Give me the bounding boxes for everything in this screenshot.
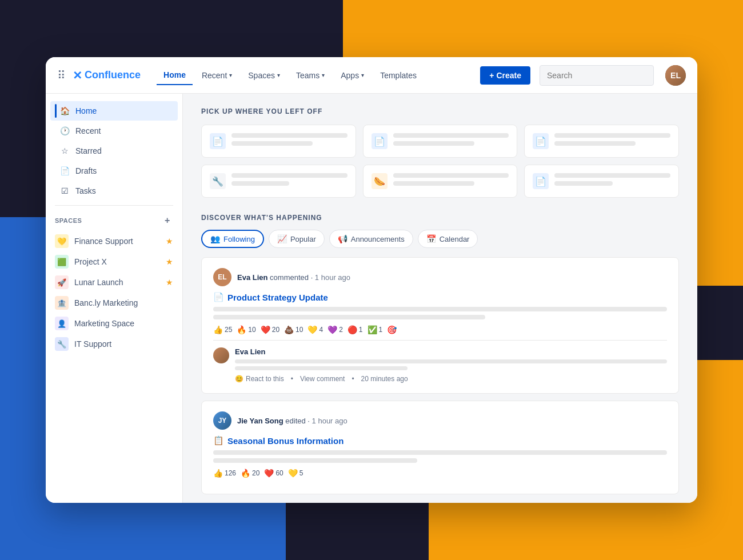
reaction-target[interactable]: 🎯	[387, 325, 397, 334]
reactions-2: 👍126 🔥20 ❤️60 💛5	[213, 469, 667, 478]
reaction-purple[interactable]: 💜2	[327, 325, 343, 334]
doc-icon-6: 📄	[533, 173, 549, 189]
doc-card-1[interactable]: 📄	[201, 125, 356, 158]
doc-line-8	[231, 181, 289, 186]
space-item-projectx[interactable]: 🟩 Project X ★	[46, 251, 182, 272]
nav-spaces-label: Spaces	[248, 71, 275, 80]
doc-line-9	[393, 173, 509, 178]
doc-line-3	[393, 133, 509, 138]
space-item-finance[interactable]: 💛 Finance Support ★	[46, 231, 182, 251]
doc-card-2[interactable]: 📄	[363, 125, 518, 158]
teams-chevron-icon: ▾	[322, 72, 325, 78]
nav-apps-label: Apps	[341, 71, 359, 80]
doc-card-5[interactable]: 🌭	[363, 165, 518, 198]
filter-tab-following[interactable]: 👥 Following	[201, 230, 264, 248]
sidebar-item-starred[interactable]: ☆ Starred	[50, 141, 178, 161]
nav-home[interactable]: Home	[157, 66, 193, 85]
reaction-poop[interactable]: 💩10	[284, 325, 303, 334]
activity-time-2: 1 hour ago	[312, 417, 347, 425]
recent-docs-grid: 📄 📄 📄	[201, 125, 679, 198]
avatar[interactable]: EL	[665, 65, 686, 86]
sidebar-item-recent[interactable]: 🕐 Recent	[50, 121, 178, 141]
reaction-heart[interactable]: ❤️20	[261, 325, 279, 334]
home-icon: 🏠	[59, 106, 70, 116]
activity-time-1: 1 hour ago	[315, 273, 350, 282]
activity-title-1[interactable]: 📄 Product Strategy Update	[213, 292, 667, 302]
space-item-marketing[interactable]: 👤 Marketing Space	[46, 313, 182, 334]
comment-content-1: Eva Lien 😊 React to this • View c	[235, 347, 667, 383]
view-comment-button[interactable]: View comment	[300, 375, 345, 383]
doc-line-2	[231, 141, 313, 146]
reaction2-fire[interactable]: 🔥20	[241, 469, 259, 478]
commenter-avatar-1	[213, 347, 229, 363]
sidebar-divider	[55, 205, 173, 206]
pickup-title: PICK UP WHERE YOU LEFT OFF	[201, 107, 679, 115]
doc-icon-1: 📄	[210, 133, 226, 149]
bullet-separator: •	[291, 375, 293, 383]
activity-card-1: EL Eva Lien commented · 1 hour ago 📄 Pro…	[201, 257, 679, 394]
sidebar: 🏠 Home 🕐 Recent ☆ Starred 📄 Drafts ☑ Tas…	[46, 94, 183, 503]
reaction-check[interactable]: ✅1	[367, 325, 383, 334]
main-card: ⠿ ✕ Confluence Home Recent ▾ Spaces ▾ Te…	[46, 57, 697, 503]
announcements-icon: 📢	[338, 234, 347, 243]
jie-yan-avatar: JY	[213, 411, 231, 430]
filter-tab-popular[interactable]: 📈 Popular	[269, 230, 325, 248]
space-item-itsupport[interactable]: 🔧 IT Support	[46, 334, 182, 354]
lunar-label: Lunar Launch	[74, 278, 123, 287]
nav-teams[interactable]: Teams ▾	[289, 66, 331, 85]
space-item-lunar[interactable]: 🚀 Lunar Launch ★	[46, 272, 182, 293]
calendar-icon: 📅	[426, 234, 436, 243]
activity-action-1: commented ·	[270, 273, 315, 282]
doc-card-4[interactable]: 🔧	[201, 165, 356, 198]
nav-templates[interactable]: Templates	[373, 66, 424, 85]
bullet-separator-2: •	[351, 375, 354, 383]
projectx-star-icon: ★	[166, 257, 173, 266]
recent-chevron-icon: ▾	[229, 72, 232, 78]
reaction2-thumbsup[interactable]: 👍126	[213, 469, 236, 478]
reaction2-heart[interactable]: ❤️60	[264, 469, 283, 478]
sidebar-recent-label: Recent	[75, 126, 101, 135]
doc-card-6[interactable]: 📄	[524, 165, 679, 198]
finance-star-icon: ★	[166, 237, 173, 246]
sidebar-home-label: Home	[75, 106, 97, 115]
add-space-button[interactable]: +	[162, 215, 173, 226]
recent-icon: 🕐	[59, 126, 70, 136]
create-button[interactable]: + Create	[480, 66, 530, 85]
sidebar-item-drafts[interactable]: 📄 Drafts	[50, 161, 178, 181]
marketing-label: Marketing Space	[74, 319, 134, 328]
eva-lien-avatar: EL	[213, 268, 231, 286]
reaction-thumbsup[interactable]: 👍25	[213, 325, 232, 334]
sidebar-item-tasks[interactable]: ☑ Tasks	[50, 181, 178, 201]
doc-icon-3: 📄	[533, 133, 549, 149]
doc-icon-2: 📄	[372, 133, 388, 149]
nav-spaces[interactable]: Spaces ▾	[241, 66, 287, 85]
doc-card-3[interactable]: 📄	[524, 125, 679, 158]
nav-recent[interactable]: Recent ▾	[195, 66, 239, 85]
reaction-red[interactable]: 🔴1	[347, 325, 363, 334]
reaction-star[interactable]: 💛4	[307, 325, 323, 334]
navbar: ⠿ ✕ Confluence Home Recent ▾ Spaces ▾ Te…	[46, 57, 697, 94]
nav-templates-label: Templates	[380, 71, 417, 80]
doc-line-1	[231, 133, 347, 138]
filter-tab-calendar[interactable]: 📅 Calendar	[418, 230, 478, 248]
nav-teams-label: Teams	[296, 71, 319, 80]
activity-title-2[interactable]: 📋 Seasonal Bonus Information	[213, 435, 667, 446]
finance-label: Finance Support	[74, 237, 133, 246]
nav-apps[interactable]: Apps ▾	[334, 66, 371, 85]
react-to-this-button[interactable]: 😊 React to this	[235, 375, 284, 383]
spaces-chevron-icon: ▾	[277, 72, 280, 78]
reaction2-star[interactable]: 💛5	[288, 469, 303, 478]
filter-tabs: 👥 Following 📈 Popular 📢 Announcements 📅 …	[201, 230, 679, 248]
marketing-icon: 👤	[55, 317, 69, 330]
logo-x-icon: ✕	[73, 69, 82, 82]
logo[interactable]: ✕ Confluence	[73, 69, 141, 82]
itsupport-icon: 🔧	[55, 337, 69, 351]
reaction-fire[interactable]: 🔥10	[237, 325, 255, 334]
search-input[interactable]	[540, 65, 654, 86]
sidebar-item-home[interactable]: 🏠 Home	[50, 101, 178, 121]
space-item-bancly[interactable]: 🏦 Banc.ly Marketing	[46, 293, 182, 313]
grid-icon[interactable]: ⠿	[57, 69, 66, 82]
filter-tab-announcements[interactable]: 📢 Announcements	[329, 230, 413, 248]
bancly-label: Banc.ly Marketing	[74, 298, 138, 307]
doc-line-4	[393, 141, 474, 146]
